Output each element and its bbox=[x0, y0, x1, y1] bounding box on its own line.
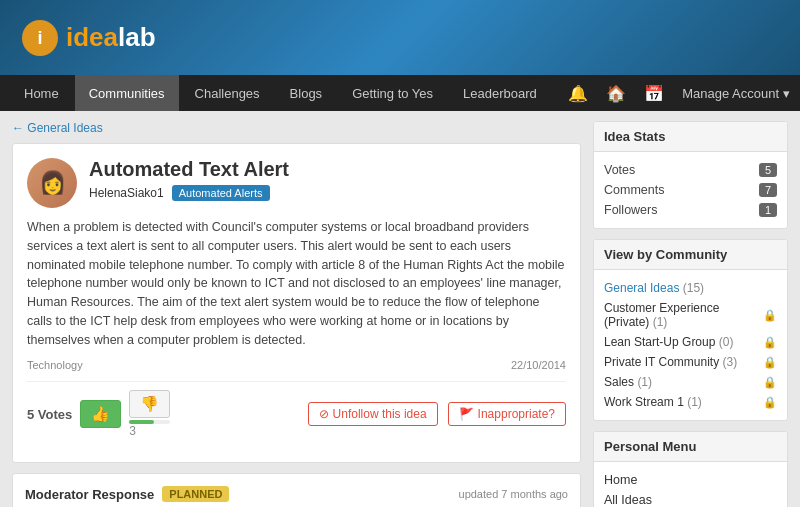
nav-leaderboard[interactable]: Leaderboard bbox=[449, 75, 551, 111]
community-section: View by Community General Ideas (15) Cus… bbox=[593, 239, 788, 421]
sidebar: Idea Stats Votes 5 Comments 7 Followers … bbox=[593, 121, 788, 507]
stat-votes-label: Votes bbox=[604, 163, 635, 177]
lock-icon-3: 🔒 bbox=[763, 356, 777, 369]
idea-title: Automated Text Alert bbox=[89, 158, 566, 181]
avatar-image: 👩 bbox=[27, 158, 77, 208]
community-customer: Customer Experience (Private) (1) 🔒 bbox=[604, 298, 777, 332]
vote-count: 3 bbox=[129, 424, 170, 438]
community-workstream: Work Stream 1 (1) 🔒 bbox=[604, 392, 777, 412]
community-general-link[interactable]: General Ideas bbox=[604, 281, 679, 295]
idea-card: 👩 Automated Text Alert HelenaSiako1 Auto… bbox=[12, 143, 581, 463]
nav-home[interactable]: Home bbox=[10, 75, 73, 111]
vote-actions: ⊘ Unfollow this idea 🚩 Inappropriate? bbox=[308, 402, 566, 426]
nav-items: Home Communities Challenges Blogs Gettin… bbox=[10, 75, 551, 111]
stat-comments-label: Comments bbox=[604, 183, 664, 197]
lock-icon-1: 🔒 bbox=[763, 309, 777, 322]
lock-icon-4: 🔒 bbox=[763, 376, 777, 389]
inappropriate-button[interactable]: 🚩 Inappropriate? bbox=[448, 402, 566, 426]
flag-icon: 🚩 bbox=[459, 407, 474, 421]
svg-text:i: i bbox=[37, 28, 42, 48]
community-sales: Sales (1) 🔒 bbox=[604, 372, 777, 392]
idea-date: 22/10/2014 bbox=[511, 359, 566, 371]
idea-tag: Automated Alerts bbox=[172, 185, 270, 201]
idea-stats-title: Idea Stats bbox=[594, 122, 787, 152]
community-sales-text: Sales bbox=[604, 375, 634, 389]
logo-icon: i bbox=[20, 18, 60, 58]
stat-followers-value: 1 bbox=[759, 203, 777, 217]
stat-followers: Followers 1 bbox=[604, 200, 777, 220]
author-name: HelenaSiako1 bbox=[89, 186, 164, 200]
manage-account-button[interactable]: Manage Account ▾ bbox=[682, 86, 790, 101]
idea-title-area: Automated Text Alert HelenaSiako1 Automa… bbox=[89, 158, 566, 201]
community-title: View by Community bbox=[594, 240, 787, 270]
stat-votes: Votes 5 bbox=[604, 160, 777, 180]
votes-label: 5 Votes bbox=[27, 407, 72, 422]
stat-followers-label: Followers bbox=[604, 203, 658, 217]
community-general: General Ideas (15) bbox=[604, 278, 777, 298]
breadcrumb[interactable]: ← General Ideas bbox=[12, 121, 581, 135]
nav-getting-to-yes[interactable]: Getting to Yes bbox=[338, 75, 447, 111]
moderator-card: Moderator Response PLANNED updated 7 mon… bbox=[12, 473, 581, 507]
personal-menu-title: Personal Menu bbox=[594, 432, 787, 462]
idea-footer: Technology 22/10/2014 bbox=[27, 359, 566, 371]
idea-header: 👩 Automated Text Alert HelenaSiako1 Auto… bbox=[27, 158, 566, 208]
menu-all-ideas: All Ideas bbox=[604, 490, 777, 507]
chevron-down-icon: ▾ bbox=[783, 86, 790, 101]
moderator-header: Moderator Response PLANNED updated 7 mon… bbox=[25, 486, 568, 502]
logo-text: idealab bbox=[66, 22, 156, 53]
stat-comments-value: 7 bbox=[759, 183, 777, 197]
stat-comments: Comments 7 bbox=[604, 180, 777, 200]
nav-challenges[interactable]: Challenges bbox=[181, 75, 274, 111]
calendar-icon[interactable]: 📅 bbox=[644, 84, 664, 103]
nav-blogs[interactable]: Blogs bbox=[276, 75, 337, 111]
personal-menu-section: Personal Menu Home All Ideas Popular Ide… bbox=[593, 431, 788, 507]
unfollow-icon: ⊘ bbox=[319, 407, 329, 421]
personal-menu-body: Home All Ideas Popular Ideas (14) Recent… bbox=[594, 462, 787, 507]
avatar: 👩 bbox=[27, 158, 77, 208]
nav-right: 🔔 🏠 📅 Manage Account ▾ bbox=[568, 84, 790, 103]
community-workstream-text: Work Stream 1 bbox=[604, 395, 684, 409]
community-lean-text: Lean Start-Up Group bbox=[604, 335, 715, 349]
moderator-title: Moderator Response bbox=[25, 487, 154, 502]
nav-bar: Home Communities Challenges Blogs Gettin… bbox=[0, 75, 800, 111]
idea-stats-body: Votes 5 Comments 7 Followers 1 bbox=[594, 152, 787, 228]
idea-stats-section: Idea Stats Votes 5 Comments 7 Followers … bbox=[593, 121, 788, 229]
header: i idealab bbox=[0, 0, 800, 75]
lock-icon-2: 🔒 bbox=[763, 336, 777, 349]
community-general-count: (15) bbox=[683, 281, 704, 295]
idea-body: When a problem is detected with Council'… bbox=[27, 218, 566, 349]
home-icon[interactable]: 🏠 bbox=[606, 84, 626, 103]
updated-time: updated 7 months ago bbox=[459, 488, 568, 500]
vote-section: 5 Votes 👍 👎 3 ⊘ Unfollow this idea 🚩 Ina… bbox=[27, 381, 566, 438]
main-container: ← General Ideas 👩 Automated Text Alert H… bbox=[0, 111, 800, 507]
planned-badge: PLANNED bbox=[162, 486, 229, 502]
bell-icon[interactable]: 🔔 bbox=[568, 84, 588, 103]
vote-up-button[interactable]: 👍 bbox=[80, 400, 121, 428]
nav-communities[interactable]: Communities bbox=[75, 75, 179, 111]
community-private-it-text: Private IT Community bbox=[604, 355, 719, 369]
logo[interactable]: i idealab bbox=[20, 18, 156, 58]
stat-votes-value: 5 bbox=[759, 163, 777, 177]
community-body: General Ideas (15) Customer Experience (… bbox=[594, 270, 787, 420]
community-private-it: Private IT Community (3) 🔒 bbox=[604, 352, 777, 372]
menu-home: Home bbox=[604, 470, 777, 490]
idea-category: Technology bbox=[27, 359, 83, 371]
content-area: ← General Ideas 👩 Automated Text Alert H… bbox=[12, 121, 581, 507]
vote-down-button[interactable]: 👎 bbox=[129, 390, 170, 418]
unfollow-button[interactable]: ⊘ Unfollow this idea bbox=[308, 402, 438, 426]
idea-meta: HelenaSiako1 Automated Alerts bbox=[89, 185, 566, 201]
community-lean: Lean Start-Up Group (0) 🔒 bbox=[604, 332, 777, 352]
lock-icon-5: 🔒 bbox=[763, 396, 777, 409]
